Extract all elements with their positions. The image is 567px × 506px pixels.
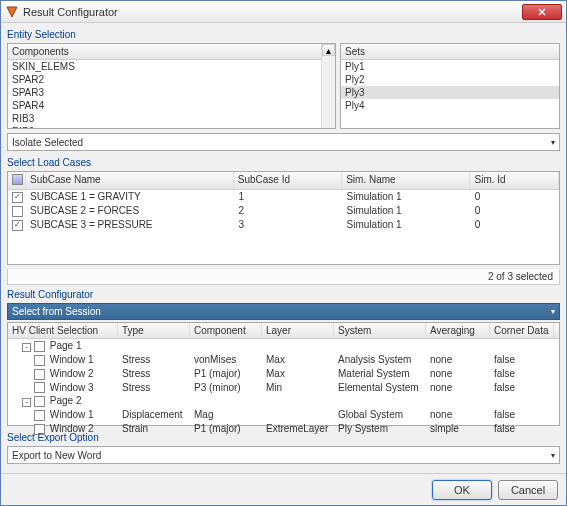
cell-corner: false	[490, 381, 554, 395]
list-item[interactable]: SKIN_ELEMS	[8, 60, 335, 73]
cell-avg: none	[426, 381, 490, 395]
row-checkbox[interactable]	[12, 206, 23, 217]
list-item[interactable]: SPAR4	[8, 99, 335, 112]
dialog-window: Result Configurator Entity Selection Com…	[0, 0, 567, 506]
tree-label: Window 3	[47, 382, 94, 393]
row-checkbox[interactable]	[34, 382, 45, 393]
hv-tbody: - Page 1 Window 1StressvonMisesMaxAnalys…	[8, 339, 559, 436]
ok-button[interactable]: OK	[432, 480, 492, 500]
row-checkbox[interactable]	[34, 355, 45, 366]
list-item[interactable]: Ply3	[341, 86, 559, 99]
tree-toggle-icon[interactable]: -	[22, 343, 31, 352]
th-selection[interactable]: HV Client Selection	[8, 323, 118, 338]
th-corner[interactable]: Corner Data	[490, 323, 554, 338]
cell-avg: none	[426, 367, 490, 381]
footer: OK Cancel	[1, 473, 566, 505]
sets-listbox[interactable]: Sets Ply1 Ply2 Ply3 Ply4	[340, 43, 560, 129]
cell-layer: Max	[262, 367, 334, 381]
list-item[interactable]: RIB2	[8, 125, 335, 129]
row-checkbox[interactable]	[12, 220, 23, 231]
th-simid[interactable]: Sim. Id	[470, 172, 559, 189]
list-item[interactable]: SPAR3	[8, 86, 335, 99]
scroll-up-icon[interactable]: ▴	[322, 44, 335, 56]
list-item[interactable]: Ply2	[341, 73, 559, 86]
th-sim[interactable]: Sim. Name	[342, 172, 470, 189]
loadcases-table: SubCase Name SubCase Id Sim. Name Sim. I…	[7, 171, 560, 265]
row-checkbox[interactable]	[34, 341, 45, 352]
tree-toggle-icon[interactable]: -	[22, 398, 31, 407]
th-layer[interactable]: Layer	[262, 323, 334, 338]
table-row[interactable]: SUBCASE 3 = PRESSURE 3 Simulation 1 0	[8, 218, 559, 232]
list-item[interactable]: Ply1	[341, 60, 559, 73]
tree-cell: Window 2	[8, 367, 118, 381]
entity-row: Components SKIN_ELEMS SPAR2 SPAR3 SPAR4 …	[7, 43, 560, 129]
row-checkbox[interactable]	[34, 369, 45, 380]
cell-avg: simple	[426, 422, 490, 436]
isolate-dropdown[interactable]: Isolate Selected ▾	[7, 133, 560, 151]
hv-table: HV Client Selection Type Component Layer…	[7, 322, 560, 426]
cell-name: SUBCASE 1 = GRAVITY	[26, 190, 234, 204]
scrollbar[interactable]: ▴	[321, 44, 335, 128]
sets-header: Sets	[341, 44, 559, 60]
th-system[interactable]: System	[334, 323, 426, 338]
cell-layer	[262, 394, 334, 408]
tree-label: Page 1	[47, 340, 81, 351]
cell-type: Stress	[118, 381, 190, 395]
table-row[interactable]: SUBCASE 2 = FORCES 2 Simulation 1 0	[8, 204, 559, 218]
table-row[interactable]: Window 3StressP3 (minor)MinElemental Sys…	[8, 381, 559, 395]
loadcases-status: 2 of 3 selected	[7, 269, 560, 285]
loadcases-tbody: SUBCASE 1 = GRAVITY 1 Simulation 1 0 SUB…	[8, 190, 559, 232]
table-row[interactable]: Window 1StressvonMisesMaxAnalysis System…	[8, 353, 559, 367]
cell-comp: P3 (minor)	[190, 381, 262, 395]
isolate-label: Isolate Selected	[12, 137, 83, 148]
th-component[interactable]: Component	[190, 323, 262, 338]
components-listbox[interactable]: Components SKIN_ELEMS SPAR2 SPAR3 SPAR4 …	[7, 43, 336, 129]
cell-sys: Global System	[334, 408, 426, 422]
cell-layer: Min	[262, 381, 334, 395]
table-row[interactable]: Window 2StressP1 (major)MaxMaterial Syst…	[8, 367, 559, 381]
hv-thead: HV Client Selection Type Component Layer…	[8, 323, 559, 339]
row-checkbox[interactable]	[34, 410, 45, 421]
th-id[interactable]: SubCase Id	[234, 172, 342, 189]
cell-sim: Simulation 1	[343, 190, 471, 204]
table-row[interactable]: - Page 2	[8, 394, 559, 408]
list-item[interactable]: Ply4	[341, 99, 559, 112]
close-button[interactable]	[522, 4, 562, 20]
cancel-button[interactable]: Cancel	[498, 480, 558, 500]
session-label: Select from Session	[12, 306, 101, 317]
export-value: Export to New Word	[12, 450, 101, 461]
cell-corner: false	[490, 367, 554, 381]
table-row[interactable]: Window 1DisplacementMagGlobal Systemnone…	[8, 408, 559, 422]
list-item[interactable]: SPAR2	[8, 73, 335, 86]
tree-label: Window 1	[47, 409, 94, 420]
row-checkbox[interactable]	[12, 192, 23, 203]
cell-simid: 0	[471, 218, 559, 232]
cell-name: SUBCASE 3 = PRESSURE	[26, 218, 234, 232]
entity-heading: Entity Selection	[7, 29, 560, 40]
cell-sys	[334, 394, 426, 408]
session-dropdown[interactable]: Select from Session ▾	[7, 303, 560, 320]
th-averaging[interactable]: Averaging	[426, 323, 490, 338]
header-checkbox-icon[interactable]	[12, 174, 23, 185]
cell-type	[118, 394, 190, 408]
table-row[interactable]: - Page 1	[8, 339, 559, 353]
list-item[interactable]: RIB3	[8, 112, 335, 125]
cell-simid: 0	[471, 204, 559, 218]
th-name[interactable]: SubCase Name	[26, 172, 234, 189]
app-icon	[5, 5, 19, 19]
table-row[interactable]: SUBCASE 1 = GRAVITY 1 Simulation 1 0	[8, 190, 559, 204]
configurator-heading: Result Configurator	[7, 289, 560, 300]
cell-simid: 0	[471, 190, 559, 204]
row-checkbox[interactable]	[34, 396, 45, 407]
tree-cell: Window 1	[8, 353, 118, 367]
cell-avg: none	[426, 353, 490, 367]
th-type[interactable]: Type	[118, 323, 190, 338]
dialog-body: Entity Selection Components SKIN_ELEMS S…	[1, 23, 566, 473]
export-dropdown[interactable]: Export to New Word ▾	[7, 446, 560, 464]
tree-cell: - Page 1	[8, 339, 118, 353]
cell-sim: Simulation 1	[343, 218, 471, 232]
cell-corner: false	[490, 408, 554, 422]
cell-layer: Max	[262, 353, 334, 367]
cell-comp	[190, 394, 262, 408]
tree-label: Page 2	[47, 395, 81, 406]
